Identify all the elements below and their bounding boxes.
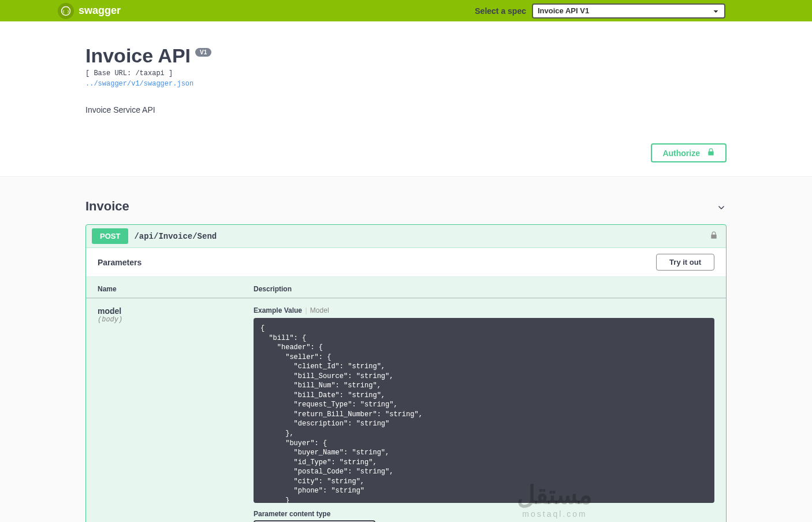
tag-header[interactable]: Invoice: [85, 194, 727, 221]
opblock-body: Parameters Try it out Name Description m: [86, 248, 726, 522]
try-it-out-button[interactable]: Try it out: [656, 254, 714, 271]
spec-selector-area: Select a spec Invoice API V1: [475, 3, 725, 18]
api-description: Invoice Service API: [85, 105, 727, 114]
operations-section: Invoice POST /api/Invoice/Send Parameter…: [0, 177, 812, 522]
column-name: Name: [86, 277, 242, 298]
topbar: { } swagger Select a spec Invoice API V1: [0, 0, 812, 21]
version-badge: V1: [195, 48, 211, 57]
brand-text: swagger: [79, 5, 121, 17]
table-row: model (body) Example Value | Model { "bi…: [86, 298, 726, 523]
parameters-title: Parameters: [98, 258, 141, 267]
tab-model[interactable]: Model: [310, 306, 329, 314]
parameters-header: Parameters Try it out: [86, 248, 726, 277]
method-badge: POST: [92, 228, 128, 244]
authorize-button[interactable]: Authorize: [651, 143, 727, 162]
opblock-summary[interactable]: POST /api/Invoice/Send: [86, 225, 726, 248]
operation-path: /api/Invoice/Send: [134, 232, 704, 241]
content-type-label: Parameter content type: [254, 503, 714, 520]
svg-text:{ }: { }: [62, 9, 69, 14]
brand-area: { } swagger: [58, 3, 121, 19]
authorize-label: Authorize: [662, 149, 700, 158]
example-tabs: Example Value | Model: [254, 306, 714, 318]
example-body-code[interactable]: { "bill": { "header": { "seller": { "cli…: [254, 318, 714, 503]
info-section: Invoice API V1 [ Base URL: /taxapi ] ../…: [0, 21, 812, 143]
chevron-down-icon: [716, 200, 727, 213]
spec-json-link[interactable]: ../swagger/v1/swagger.json: [85, 80, 193, 88]
select-spec-label: Select a spec: [475, 6, 526, 16]
swagger-logo-icon: { }: [58, 3, 74, 19]
auth-section: Authorize: [0, 143, 812, 177]
base-url-line: [ Base URL: /taxapi ]: [85, 69, 727, 77]
opblock-post: POST /api/Invoice/Send Parameters Try it…: [85, 224, 727, 522]
parameters-table: Name Description model (body): [86, 277, 726, 522]
param-in: (body): [98, 316, 230, 324]
lock-icon: [710, 231, 718, 242]
tag-name: Invoice: [85, 199, 129, 214]
tab-example-value[interactable]: Example Value: [254, 306, 302, 314]
param-name: model: [98, 306, 230, 316]
api-title: Invoice API: [85, 45, 191, 67]
lock-icon: [707, 148, 715, 158]
column-description: Description: [242, 277, 726, 298]
spec-select[interactable]: Invoice API V1: [532, 3, 725, 18]
